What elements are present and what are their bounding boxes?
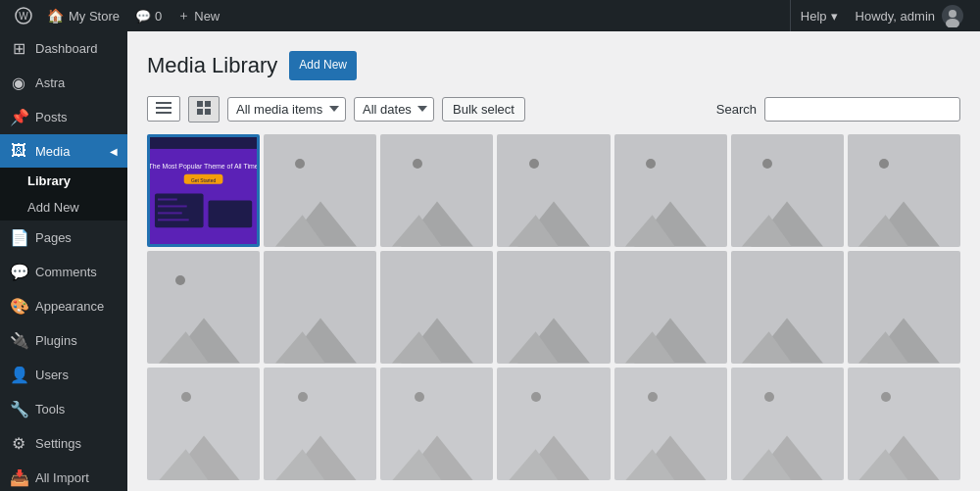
svg-rect-22 [158,219,189,221]
media-icon: 🖼 [10,142,27,160]
main-layout: ⊞ Dashboard ◉ Astra 📌 Posts 🖼 Media ◀ Li… [0,31,980,491]
sidebar-item-all-import[interactable]: 📥 All Import [0,461,127,491]
search-label: Search [716,102,757,117]
mountain-icon [742,183,832,246]
svg-rect-13 [150,137,257,149]
mountain-icon [392,417,482,480]
mountain-icon [858,417,949,480]
page-header: Media Library Add New [147,51,960,80]
sidebar-item-plugins[interactable]: 🔌 Plugins [0,323,127,358]
svg-rect-18 [209,200,253,227]
svg-rect-9 [205,101,211,107]
sidebar-item-dashboard[interactable]: ⊞ Dashboard [0,31,127,66]
media-item[interactable] [264,251,376,364]
new-content-link[interactable]: ＋ New [170,0,227,31]
svg-text:W: W [19,11,28,22]
svg-rect-11 [205,109,211,115]
media-item[interactable] [848,368,960,480]
add-new-button[interactable]: Add New [289,51,357,80]
comments-icon: 💬 [10,263,27,281]
dates-filter[interactable]: All dates [354,97,434,122]
media-item[interactable] [731,251,844,364]
sidebar-label-media: Media [35,144,70,159]
grid-view-button[interactable] [188,96,220,123]
sidebar-label-tools: Tools [35,402,65,417]
sidebar-item-library[interactable]: Library [0,168,127,194]
media-item[interactable] [380,368,493,480]
sidebar-label-posts: Posts [35,110,68,124]
bulk-select-button[interactable]: Bulk select [442,97,525,122]
plugins-icon: 🔌 [10,331,27,350]
avatar-icon [941,4,964,27]
media-item[interactable] [380,134,493,247]
media-item[interactable] [264,368,376,480]
sidebar-label-all-import: All Import [35,470,89,485]
sidebar-label-pages: Pages [35,230,72,245]
media-item[interactable] [497,368,610,480]
svg-rect-21 [158,212,182,214]
mountain-icon [159,300,249,363]
media-item[interactable] [380,251,493,364]
media-item[interactable] [848,134,960,247]
sidebar-item-pages[interactable]: 📄 Pages [0,221,127,255]
site-link[interactable]: 🏠 My Store [39,0,127,31]
svg-rect-20 [158,205,187,207]
mountain-icon [159,417,249,480]
mountain-icon [392,183,482,246]
svg-rect-10 [197,109,203,115]
mountain-icon [858,183,949,246]
help-label: Help [801,9,827,24]
posts-icon: 📌 [10,108,27,126]
sidebar-item-media[interactable]: 🖼 Media ◀ [0,134,127,168]
svg-rect-19 [158,198,177,200]
pages-icon: 📄 [10,228,27,247]
mountain-icon [275,183,366,246]
media-item[interactable] [614,251,727,364]
adminbar-right: Help ▾ Howdy, admin [790,0,972,31]
mountain-icon [742,300,832,363]
search-input[interactable] [764,97,960,122]
howdy-text: Howdy, admin [856,9,935,24]
appearance-icon: 🎨 [10,297,27,316]
media-toolbar: All media items All dates Bulk select Se… [147,96,960,123]
user-menu[interactable]: Howdy, admin [848,0,972,31]
list-view-button[interactable] [147,96,180,122]
media-item[interactable] [731,368,844,480]
sidebar-label-plugins: Plugins [35,333,77,348]
media-item[interactable] [147,251,260,364]
mountain-icon [275,300,366,363]
sidebar-item-settings[interactable]: ⚙ Settings [0,426,127,461]
media-item[interactable] [147,368,260,480]
wp-logo[interactable]: W [8,0,39,31]
home-icon: 🏠 [47,8,64,24]
media-item[interactable] [848,251,960,364]
sidebar-item-users[interactable]: 👤 Users [0,358,127,392]
comments-link[interactable]: 💬 0 [127,0,170,31]
mountain-icon [858,300,949,363]
sidebar-item-comments[interactable]: 💬 Comments [0,255,127,289]
all-import-icon: 📥 [10,468,27,487]
sidebar-item-add-new[interactable]: Add New [0,194,127,221]
sidebar-label-users: Users [35,368,69,382]
sidebar-item-astra[interactable]: ◉ Astra [0,66,127,100]
sidebar-item-tools[interactable]: 🔧 Tools [0,392,127,426]
sidebar-item-posts[interactable]: 📌 Posts [0,100,127,134]
media-grid: The Most Popular Theme of All TimeGet St… [147,134,960,480]
media-item[interactable] [614,368,727,480]
media-item[interactable] [497,251,610,364]
featured-media-item[interactable]: The Most Popular Theme of All TimeGet St… [147,134,260,247]
media-items-filter[interactable]: All media items [227,97,346,122]
media-item[interactable] [497,134,610,247]
users-icon: 👤 [10,366,27,384]
new-label: New [194,9,220,24]
svg-point-3 [949,10,956,18]
svg-rect-5 [156,102,172,104]
media-item[interactable] [264,134,376,247]
media-item[interactable] [614,134,727,247]
mountain-icon [509,417,599,480]
media-item[interactable] [731,134,844,247]
sidebar-item-appearance[interactable]: 🎨 Appearance [0,289,127,323]
help-button[interactable]: Help ▾ [790,0,848,31]
svg-rect-12 [150,137,257,244]
sidebar-label-settings: Settings [35,436,81,451]
